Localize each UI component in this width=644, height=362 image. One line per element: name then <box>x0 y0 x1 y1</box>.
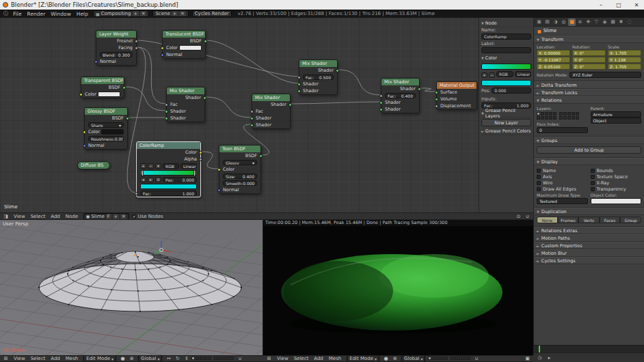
socket-displacement[interactable] <box>435 105 438 108</box>
delete-scene-button[interactable]: ✕ <box>179 11 185 16</box>
socket-shader[interactable] <box>165 117 168 120</box>
pivot-icon[interactable]: ⊕ <box>128 355 135 362</box>
ramp-button[interactable]: − <box>148 163 154 169</box>
node-header-colorramp[interactable]: ColorRamp <box>137 142 200 149</box>
duplication-frames[interactable]: Frames <box>558 217 579 223</box>
socket-shader[interactable] <box>297 83 301 86</box>
value-field[interactable]: Blend:0.300 <box>100 52 133 57</box>
transform-value-field[interactable]: Z: 0° <box>572 64 606 70</box>
clock-icon[interactable]: ◷ <box>536 354 544 361</box>
scene-selector[interactable]: Scene + ✕ <box>152 10 188 17</box>
layer-cell[interactable] <box>572 116 575 120</box>
pos-field[interactable]: 0.000 <box>492 87 531 94</box>
layer-cell[interactable] <box>541 112 544 115</box>
checkbox-axis[interactable] <box>537 175 541 179</box>
section-header-groups[interactable]: ▼Groups <box>534 137 644 144</box>
menu-window[interactable]: Window <box>48 11 74 17</box>
draw-type-dropdown[interactable]: Textured <box>537 198 588 204</box>
node-header-diffuse-bsdf[interactable]: Diffuse BS <box>78 162 109 169</box>
layer-cell[interactable] <box>214 357 217 360</box>
layer-cell[interactable] <box>432 357 435 360</box>
play-button[interactable]: ▸ <box>546 354 553 361</box>
socket-fac[interactable] <box>165 103 168 107</box>
node-diffuse-bsdf[interactable]: Diffuse BS <box>77 161 110 169</box>
layer-cell[interactable] <box>208 357 211 360</box>
node-material-output[interactable]: Material OutputSurfaceVolumeDisplacement <box>436 81 477 110</box>
layer-cell[interactable] <box>541 116 544 120</box>
ramp-arrow[interactable]: ▸ <box>148 177 154 182</box>
transform-value-field[interactable]: Y: 1.138 <box>608 57 641 63</box>
color-swatch[interactable] <box>98 92 120 97</box>
node-mix-shader-2[interactable]: Mix ShaderShaderFacShaderShader <box>252 94 291 129</box>
tab-constraints[interactable]: ⊗ <box>576 18 584 26</box>
socket-normal[interactable] <box>83 144 86 148</box>
tab-render-layers[interactable]: ▤ <box>544 18 551 26</box>
section-header-transform[interactable]: ▼Transform <box>534 36 644 43</box>
render-camera-icon[interactable]: ▣ <box>524 355 531 362</box>
snap-magnet-icon[interactable]: ∪ <box>236 355 243 362</box>
section-header-cycles[interactable]: ►Cycles Settings <box>534 257 644 264</box>
socket-normal[interactable] <box>161 53 164 57</box>
mode-dropdown[interactable]: Edit Mode ▾ <box>347 355 379 362</box>
pin-icon[interactable]: ⊙ <box>515 213 522 220</box>
socket-fac[interactable] <box>297 76 301 79</box>
layer-cell[interactable] <box>559 116 563 120</box>
socket-color[interactable] <box>161 46 164 50</box>
use-nodes-checkbox[interactable]: ✓ <box>132 214 136 219</box>
socket-color[interactable] <box>83 130 86 134</box>
transform-value-field[interactable]: Z: 0.05100 <box>537 64 570 70</box>
object-color-swatch[interactable] <box>591 198 642 204</box>
ramp-stop[interactable] <box>193 170 196 176</box>
socket-shader[interactable] <box>297 89 301 93</box>
node-glossy-bsdf[interactable]: Glossy BSDFBSDFSharp▾ColorRoughness:0.00… <box>84 107 128 150</box>
layer-cell[interactable] <box>567 112 571 115</box>
parent-type-dropdown[interactable]: Object <box>591 117 642 124</box>
node-header-translucent-bsdf[interactable]: Translucent BSDF <box>163 31 205 38</box>
menu-node[interactable]: Node <box>63 214 81 219</box>
socket-surface[interactable] <box>435 91 438 94</box>
maximize-button[interactable]: □ <box>611 2 626 8</box>
minimize-button[interactable]: – <box>593 2 608 8</box>
info-editor-icon[interactable]: ⓘ <box>2 10 10 17</box>
node-colorramp[interactable]: ColorRampColorAlpha+−▾RGBLinear◂▸0Pos:0.… <box>136 141 201 197</box>
ramp-button[interactable]: ▾ <box>155 163 161 169</box>
layer-cell[interactable] <box>576 112 579 115</box>
value-field[interactable]: Size:0.400 <box>223 173 257 179</box>
layer-cell[interactable] <box>467 357 470 360</box>
node-header-toon-bsdf[interactable]: Toon BSDF <box>219 145 260 152</box>
parent-field[interactable]: Armature <box>591 111 642 117</box>
section-header-display[interactable]: ▼Display <box>534 158 644 165</box>
delete-layout-button[interactable]: ✕ <box>140 11 146 16</box>
value-field[interactable]: Fac:0.500 <box>303 74 334 80</box>
np-ramp-gradient[interactable] <box>481 64 531 70</box>
socket-fac[interactable] <box>379 94 383 98</box>
duplication-verts[interactable]: Verts <box>578 217 600 223</box>
socket-shader[interactable] <box>250 124 254 127</box>
menu-add[interactable]: Add <box>48 356 63 361</box>
new-layer-button[interactable]: New Layer <box>481 119 531 126</box>
menu-view[interactable]: View <box>11 356 28 361</box>
node-translucent-bsdf[interactable]: Translucent BSDFBSDFColorNormal <box>162 30 206 59</box>
socket-shader[interactable] <box>418 87 421 91</box>
tab-object-data[interactable]: ▽ <box>593 18 600 26</box>
rotation-mode-dropdown[interactable]: XYZ Euler <box>569 72 641 78</box>
menu-file[interactable]: File <box>10 11 25 17</box>
tab-modifiers[interactable]: ✚ <box>585 18 592 26</box>
color-swatch[interactable] <box>179 45 202 51</box>
layer-cell[interactable] <box>222 357 226 360</box>
node-header-material-output[interactable]: Material Output <box>437 82 477 89</box>
menu-select[interactable]: Select <box>28 214 49 219</box>
layer-cell[interactable] <box>428 357 431 360</box>
gp-layers-section-header[interactable]: ▼ Grease Pencil Layers <box>481 110 531 117</box>
socket-shader[interactable] <box>165 110 168 113</box>
node-layer-weight[interactable]: Layer WeightFresnelFacingBlend:0.300Norm… <box>96 30 137 66</box>
section-header-delta[interactable]: ►Delta Transform <box>534 81 644 89</box>
unlink-material-button[interactable]: ✕ <box>120 214 126 219</box>
checkbox-x-ray[interactable] <box>591 181 595 185</box>
mode-dropdown[interactable]: Edit Mode ▾ <box>83 355 116 362</box>
menu-select[interactable]: Select <box>28 356 49 361</box>
section-header-motion-paths[interactable]: ►Motion Paths <box>534 234 644 242</box>
transform-value-field[interactable]: Y: -0.11067 <box>537 57 570 63</box>
socket-color[interactable] <box>217 168 221 171</box>
socket-fac[interactable] <box>135 192 138 195</box>
